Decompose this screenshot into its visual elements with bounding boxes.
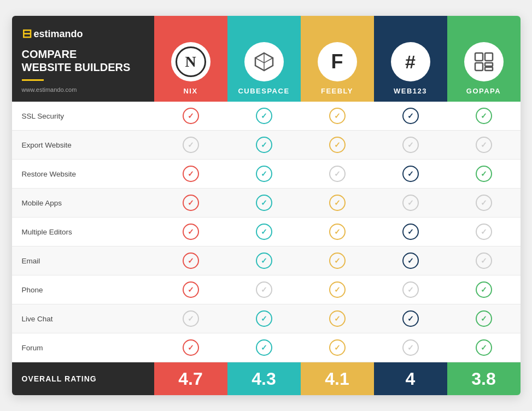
check-icon-red: ✓ [183,195,199,211]
check-cell: ✓ [227,102,301,130]
check-icon-red: ✓ [183,224,199,240]
check-cell: ✓ [447,102,521,130]
product-logo-web123: # [391,42,430,81]
check-icon-yellow: ✓ [329,281,346,298]
check-cell: ✓ [227,333,301,362]
product-logo-feebly: F [318,42,357,81]
check-cell: ✓ [227,304,301,333]
grid-icon [473,51,495,73]
product-name-nix: NIX [183,87,197,95]
overall-rating-label: OVERALL RATING [12,362,154,395]
check-icon-gray: ✓ [183,137,199,153]
check-cell: ✓ [374,160,447,188]
check-cell: ✓ [447,275,521,304]
check-icon-dark: ✓ [402,108,419,124]
feature-row: Forum✓✓✓✓✓ [12,333,521,362]
check-icon-green: ✓ [476,310,492,327]
check-icon-teal: ✓ [256,339,272,356]
check-icon-green: ✓ [476,339,492,356]
check-icon-green: ✓ [476,108,492,124]
comparison-table: ⊟ estimando COMPARE WEBSITE BUILDERS www… [12,16,521,395]
check-cell: ✓ [227,189,301,217]
check-cell: ✓ [301,218,374,246]
product-header-nix: N NIX [154,16,227,102]
brand-logo-icon: ⊟ [22,27,32,41]
check-cell: ✓ [301,304,374,333]
check-icon-yellow: ✓ [329,137,346,153]
check-icon-yellow: ✓ [329,195,346,211]
check-cell: ✓ [374,246,447,275]
check-cell: ✓ [154,160,227,188]
check-cell: ✓ [227,218,301,246]
check-cell: ✓ [374,304,447,333]
feature-label: Email [12,246,154,275]
check-icon-dark: ✓ [402,310,419,327]
feature-label: Export Website [12,131,154,159]
check-cell: ✓ [301,131,374,159]
check-cell: ✓ [447,333,521,362]
data-rows: SSL Security✓✓✓✓✓Export Website✓✓✓✓✓Rest… [12,102,521,362]
check-cell: ✓ [374,189,447,217]
feature-row: Live Chat✓✓✓✓✓ [12,304,521,333]
check-cell: ✓ [447,304,521,333]
product-name-web123: WEB123 [394,87,427,95]
feature-label: Live Chat [12,304,154,333]
check-icon-gray: ✓ [402,195,419,211]
check-cell: ✓ [227,131,301,159]
feature-row: Restore Website✓✓✓✓✓ [12,160,521,189]
feature-row: SSL Security✓✓✓✓✓ [12,102,521,131]
check-icon-teal: ✓ [256,310,272,327]
check-icon-gray: ✓ [402,281,419,298]
check-cell: ✓ [301,275,374,304]
score-nix: 4.7 [154,362,227,395]
check-icon-red: ✓ [183,339,199,356]
product-header-web123: # WEB123 [374,16,447,102]
check-cell: ✓ [154,102,227,130]
check-icon-teal: ✓ [256,253,272,269]
check-icon-teal: ✓ [256,137,272,153]
product-logo-cubespace [244,42,284,81]
check-cell: ✓ [374,218,447,246]
check-icon-teal: ✓ [256,166,272,182]
feature-row: Mobile Apps✓✓✓✓✓ [12,189,521,218]
check-icon-red: ✓ [183,253,199,269]
check-cell: ✓ [447,189,521,217]
check-icon-gray: ✓ [402,339,419,356]
check-icon-gray: ✓ [329,166,346,182]
score-cubespace: 4.3 [227,362,301,395]
check-icon-yellow: ✓ [329,224,346,240]
feature-label: SSL Security [12,102,154,130]
check-cell: ✓ [374,131,447,159]
check-icon-dark: ✓ [402,224,419,240]
check-cell: ✓ [154,333,227,362]
check-icon-gray: ✓ [256,281,272,298]
check-cell: ✓ [447,246,521,275]
check-cell: ✓ [154,218,227,246]
check-icon-green: ✓ [476,281,492,298]
feature-label: Phone [12,275,154,304]
check-icon-dark: ✓ [402,253,419,269]
check-icon-red: ✓ [183,108,199,124]
check-icon-red: ✓ [183,281,199,298]
check-cell: ✓ [301,333,374,362]
check-icon-red: ✓ [183,166,199,182]
check-icon-gray: ✓ [476,195,492,211]
product-name-gopapa: GOPAPA [466,87,501,95]
feature-row: Phone✓✓✓✓✓ [12,275,521,304]
check-icon-teal: ✓ [256,195,272,211]
product-header-feebly: F FEEBLY [301,16,374,102]
brand-title: COMPARE WEBSITE BUILDERS [22,48,144,74]
brand-divider [22,79,44,81]
cube-icon [253,51,275,73]
check-icon-green: ✓ [476,166,492,182]
footer-row: OVERALL RATING 4.7 4.3 4.1 4 3.8 [12,362,521,395]
check-cell: ✓ [447,218,521,246]
score-feebly: 4.1 [301,362,374,395]
feature-row: Export Website✓✓✓✓✓ [12,131,521,160]
check-cell: ✓ [374,275,447,304]
check-cell: ✓ [227,246,301,275]
check-icon-yellow: ✓ [329,310,346,327]
product-logo-gopapa [464,42,504,81]
check-cell: ✓ [154,189,227,217]
svg-rect-5 [485,67,493,71]
